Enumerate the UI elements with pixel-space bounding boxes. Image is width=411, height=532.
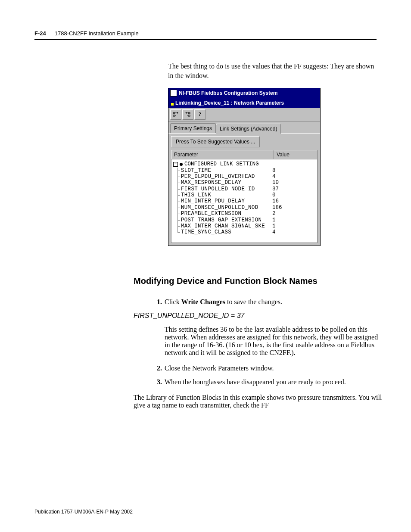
col-value[interactable]: Value xyxy=(274,150,317,159)
tree-branch-icon xyxy=(176,211,181,217)
svg-rect-3 xyxy=(188,115,190,116)
param-value: 2 xyxy=(271,211,276,217)
section-heading: Modifying Device and Function Block Name… xyxy=(134,276,383,286)
step-number: 2. xyxy=(151,364,162,372)
window-titlebar: Linkinking_Device_11 : Network Parameter… xyxy=(168,98,320,108)
collapse-icon[interactable]: − xyxy=(173,162,178,167)
help-button[interactable]: ? xyxy=(194,109,206,120)
bullet-icon xyxy=(180,163,183,166)
sub-paragraph: This setting defines 36 to be the last a… xyxy=(165,326,383,357)
param-value: 16 xyxy=(271,198,279,204)
param-name: PER_DLPDU_PHL_OVERHEAD xyxy=(181,174,271,180)
param-value: 1 xyxy=(271,223,276,229)
param-name: TIME_SYNC_CLASS xyxy=(181,229,271,235)
svg-rect-1 xyxy=(173,115,175,116)
config-screenshot: NI-FBUS Fieldbus Configuration System Li… xyxy=(168,88,321,246)
toolbar-button-2[interactable] xyxy=(182,109,193,120)
param-value: 10 xyxy=(271,180,279,186)
parameter-row[interactable]: NUM_CONSEC_UNPOLLED_NOD186 xyxy=(176,205,315,211)
sub-heading: FIRST_UNPOLLED_NODE_ID = 37 xyxy=(134,312,383,320)
root-label: CONFIGURED_LINK_SETTING xyxy=(184,161,259,167)
app-titlebar: NI-FBUS Fieldbus Configuration System xyxy=(168,88,320,98)
param-value: 4 xyxy=(271,174,276,180)
param-name: NUM_CONSEC_UNPOLLED_NOD xyxy=(181,205,271,211)
toolbar: ? xyxy=(168,108,320,121)
app-title: NI-FBUS Fieldbus Configuration System xyxy=(179,90,277,96)
step-2: 2. Close the Network Parameters window. xyxy=(151,364,383,372)
param-name: PREAMBLE_EXTENSION xyxy=(181,211,271,217)
chapter-title: 1788-CN2FF Installation Example xyxy=(55,30,139,37)
step-1: 1. Click Write Changes to save the chang… xyxy=(151,298,383,306)
param-value: 4 xyxy=(271,229,276,235)
tree-icon-2 xyxy=(185,112,191,117)
tree-branch-icon xyxy=(176,168,181,174)
param-name: SLOT_TIME xyxy=(181,168,271,174)
tree-branch-icon xyxy=(176,186,181,192)
intro-paragraph: The best thing to do is use the values t… xyxy=(168,62,379,80)
param-name: MAX_INTER_CHAN_SIGNAL_SKE xyxy=(181,223,271,229)
tree-branch-icon xyxy=(176,192,181,198)
param-name: POST_TRANS_GAP_EXTENSION xyxy=(181,217,271,223)
tree-icon xyxy=(173,112,179,117)
tree-branch-icon xyxy=(176,180,181,186)
tree-branch-icon xyxy=(176,217,181,223)
window-title: Linkinking_Device_11 : Network Parameter… xyxy=(175,100,284,106)
tree-branch-icon xyxy=(176,223,181,229)
parameter-row[interactable]: SLOT_TIME8 xyxy=(176,168,315,174)
tab-link-settings-advanced[interactable]: Link Settings (Advanced) xyxy=(216,124,281,134)
tabs-row: Primary Settings Link Settings (Advanced… xyxy=(168,121,320,133)
app-icon xyxy=(170,90,177,96)
param-name: MAX_RESPONSE_DELAY xyxy=(181,180,271,186)
parameter-grid: Parameter Value − CONFIGURED_LINK_SETTIN… xyxy=(171,150,318,243)
help-icon: ? xyxy=(199,111,201,118)
parameter-row[interactable]: THIS_LINK0 xyxy=(176,192,315,198)
step-number: 1. xyxy=(151,298,162,306)
tree-branch-icon xyxy=(176,205,181,211)
param-value: 37 xyxy=(271,186,279,192)
window-icon xyxy=(171,103,174,106)
step1-post: to save the changes. xyxy=(225,298,282,305)
parameter-row[interactable]: PREAMBLE_EXTENSION2 xyxy=(176,211,315,217)
step-text: When the hourglasses have disappeared yo… xyxy=(165,378,383,386)
tree-root[interactable]: − CONFIGURED_LINK_SETTING xyxy=(173,161,315,167)
tab-panel: Press To See Suggested Values ... Parame… xyxy=(168,133,320,246)
publication-footer: Publication 1757-UM006A-EN-P May 2002 xyxy=(34,509,133,515)
param-value: 186 xyxy=(271,205,282,211)
grid-header: Parameter Value xyxy=(171,150,318,159)
parameter-row[interactable]: TIME_SYNC_CLASS4 xyxy=(176,229,315,235)
parameter-row[interactable]: MAX_INTER_CHAN_SIGNAL_SKE1 xyxy=(176,223,315,229)
tree-branch-icon xyxy=(176,229,181,235)
closing-paragraph: The Library of Function Blocks in this e… xyxy=(134,394,383,409)
tree-branch-icon xyxy=(176,174,181,180)
param-value: 8 xyxy=(271,168,276,174)
step-text: Close the Network Parameters window. xyxy=(165,364,383,372)
parameter-row[interactable]: MAX_RESPONSE_DELAY10 xyxy=(176,180,315,186)
param-value: 0 xyxy=(271,192,276,198)
parameter-row[interactable]: PER_DLPDU_PHL_OVERHEAD4 xyxy=(176,174,315,180)
param-value: 1 xyxy=(271,217,276,223)
parameter-row[interactable]: POST_TRANS_GAP_EXTENSION1 xyxy=(176,217,315,223)
step-text: Click Write Changes to save the changes. xyxy=(165,298,383,306)
page-header: F-24 1788-CN2FF Installation Example xyxy=(34,30,377,40)
suggested-values-button[interactable]: Press To See Suggested Values ... xyxy=(171,136,260,147)
toolbar-button-1[interactable] xyxy=(170,109,181,120)
svg-rect-0 xyxy=(173,112,175,114)
page-number: F-24 xyxy=(34,30,46,37)
step-3: 3. When the hourglasses have disappeared… xyxy=(151,378,383,386)
parameter-row[interactable]: FIRST_UNPOLLED_NODE_ID37 xyxy=(176,186,315,192)
tab-primary-settings[interactable]: Primary Settings xyxy=(170,123,216,133)
step1-bold: Write Changes xyxy=(181,298,225,305)
col-parameter[interactable]: Parameter xyxy=(171,150,274,159)
svg-rect-2 xyxy=(188,112,190,114)
param-name: MIN_INTER_PDU_DELAY xyxy=(181,198,271,204)
parameter-row[interactable]: MIN_INTER_PDU_DELAY16 xyxy=(176,198,315,204)
param-name: FIRST_UNPOLLED_NODE_ID xyxy=(181,186,271,192)
tree-branch-icon xyxy=(176,198,181,204)
step-number: 3. xyxy=(151,378,162,386)
step1-pre: Click xyxy=(165,298,181,305)
param-name: THIS_LINK xyxy=(181,192,271,198)
grid-body: − CONFIGURED_LINK_SETTING SLOT_TIME8PER_… xyxy=(171,159,318,243)
